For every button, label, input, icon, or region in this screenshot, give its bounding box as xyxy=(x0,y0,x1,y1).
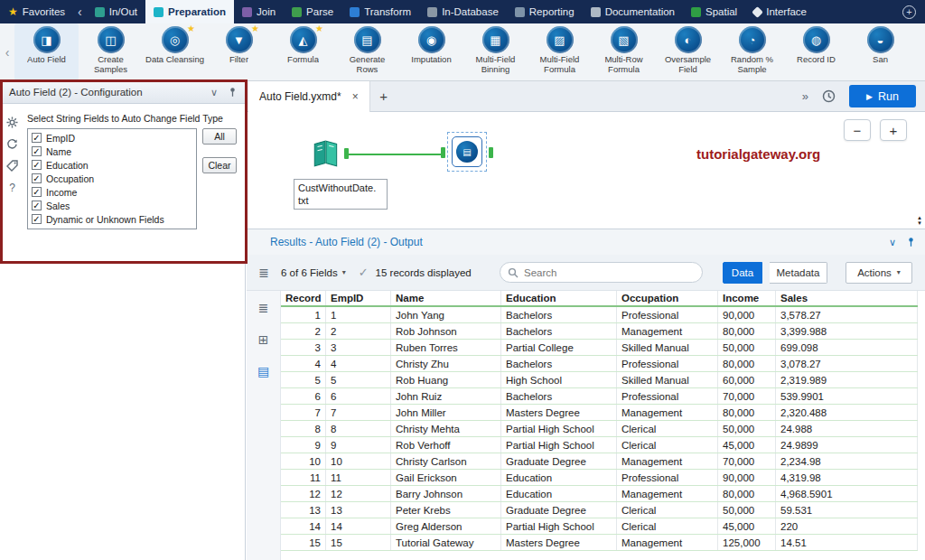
table-row[interactable]: 1212Barry JohnsonEducationManagement80,0… xyxy=(281,486,918,502)
table-row[interactable]: 66John RuizBachelorsProfessional70,00053… xyxy=(281,388,918,405)
table-row[interactable]: 88Christy MehtaPartial High SchoolCleric… xyxy=(281,421,918,437)
palette-tool-multi-field-formula[interactable]: ▨Multi-Field Formula xyxy=(528,23,592,80)
run-button[interactable]: ▶ Run xyxy=(849,85,916,107)
palette-tool-generate-rows[interactable]: ▤Generate Rows xyxy=(335,23,399,80)
table-row[interactable]: 22Rob JohnsonBachelorsManagement80,0003,… xyxy=(281,323,918,340)
clear-button[interactable]: Clear xyxy=(202,157,237,173)
config-field-list[interactable]: ✓EmpID✓Name✓Education✓Occupation✓Income✓… xyxy=(27,128,197,229)
input-data-tool[interactable] xyxy=(310,137,342,170)
zoom-out-button[interactable]: − xyxy=(844,119,871,141)
data-toggle-button[interactable]: Data xyxy=(723,262,762,284)
ribbon-tab-transform[interactable]: Transform xyxy=(341,0,419,23)
pin-icon[interactable] xyxy=(228,87,238,98)
palette-scroll-left-icon[interactable]: ‹ xyxy=(0,23,14,80)
checkbox-icon[interactable]: ✓ xyxy=(32,133,42,143)
config-field-empid[interactable]: ✓EmpID xyxy=(28,131,196,145)
ribbon-tab-documentation[interactable]: Documentation xyxy=(583,0,683,23)
checkbox-icon[interactable]: ✓ xyxy=(32,201,42,210)
column-header-education[interactable]: Education xyxy=(501,291,617,305)
column-header-sales[interactable]: Sales xyxy=(776,291,918,305)
metadata-toggle-button[interactable]: Metadata xyxy=(770,262,827,284)
checkbox-icon[interactable]: ✓ xyxy=(32,173,42,183)
config-field-dynamic-or-unknown-fields[interactable]: ✓Dynamic or Unknown Fields xyxy=(28,212,196,226)
ribbon-tab-preparation[interactable]: Preparation xyxy=(145,0,234,23)
ribbon-tab-interface[interactable]: Interface xyxy=(745,0,815,23)
table-row[interactable]: 1010Christy CarlsonGraduate DegreeManage… xyxy=(281,453,918,470)
zoom-in-button[interactable]: + xyxy=(880,119,907,141)
table-row[interactable]: 1313Peter KrebsGraduate DegreeClerical50… xyxy=(281,502,918,518)
new-tab-button[interactable]: + xyxy=(370,89,397,104)
palette-tool-record-id[interactable]: ◍Record ID xyxy=(784,23,848,80)
palette-tool-auto-field[interactable]: ◨Auto Field xyxy=(14,23,79,80)
ribbon-tab-reporting[interactable]: Reporting xyxy=(507,0,583,23)
ribbon-tab-parse[interactable]: Parse xyxy=(284,0,341,23)
gear-icon[interactable] xyxy=(5,116,19,129)
history-clock-icon[interactable] xyxy=(821,89,836,104)
table-row[interactable]: 11John YangBachelorsProfessional90,0003,… xyxy=(281,307,918,323)
results-view-rows-icon[interactable]: ≣ xyxy=(254,298,274,318)
config-field-name[interactable]: ✓Name xyxy=(28,145,196,158)
palette-tool-imputation[interactable]: ◉Imputation xyxy=(399,23,463,80)
table-row[interactable]: 99Rob VerhoffPartial High SchoolClerical… xyxy=(281,437,918,453)
config-field-occupation[interactable]: ✓Occupation xyxy=(28,172,196,185)
table-options-icon[interactable]: ≣ xyxy=(254,263,274,283)
column-header-record[interactable]: Record xyxy=(281,291,326,305)
config-field-income[interactable]: ✓Income xyxy=(28,185,196,199)
ribbon-tab-favorites[interactable]: ★ Favorites xyxy=(0,0,73,23)
workflow-canvas[interactable]: ▤ CustWithoutDate. txt tutorialgateway.o… xyxy=(247,112,925,228)
workflow-tab[interactable]: Auto Field.yxmd* × xyxy=(248,81,370,112)
pin-icon[interactable] xyxy=(906,237,916,247)
config-field-sales[interactable]: ✓Sales xyxy=(28,199,196,212)
input-tool-annotation[interactable]: CustWithoutDate. txt xyxy=(294,179,388,210)
palette-tool-formula[interactable]: ★◭Formula xyxy=(271,23,335,80)
table-row[interactable]: 44Christy ZhuBachelorsProfessional80,000… xyxy=(281,356,918,372)
chevron-down-icon[interactable]: ∨ xyxy=(210,87,218,98)
fields-dropdown[interactable]: 6 of 6 Fields ▾ xyxy=(281,267,346,278)
output-anchor-nub[interactable] xyxy=(489,147,493,158)
collapse-chevrons-icon[interactable]: » xyxy=(802,89,808,103)
tag-icon[interactable] xyxy=(5,159,19,173)
connection-line[interactable] xyxy=(348,154,445,155)
column-header-empid[interactable]: EmpID xyxy=(326,291,391,305)
checkbox-icon[interactable]: ✓ xyxy=(32,214,42,224)
table-row[interactable]: 1414Greg AldersonPartial High SchoolCler… xyxy=(281,518,918,535)
refresh-arrows-icon[interactable] xyxy=(5,137,19,151)
table-row[interactable]: 1515Tutorial GatewayMasters DegreeManage… xyxy=(281,535,918,551)
help-question-icon[interactable]: ? xyxy=(5,181,19,194)
ribbon-tab-in-out[interactable]: In/Out xyxy=(87,0,145,23)
ribbon-tab-spatial[interactable]: Spatial xyxy=(683,0,745,23)
ribbon-scroll-left-icon[interactable]: ‹ xyxy=(73,0,87,23)
column-header-name[interactable]: Name xyxy=(391,291,501,305)
checkbox-icon[interactable]: ✓ xyxy=(32,187,42,197)
ribbon-tab-in-database[interactable]: In-Database xyxy=(419,0,507,23)
palette-tool-multi-field-binning[interactable]: ▦Multi-Field Binning xyxy=(463,23,528,80)
palette-tool-multi-row-formula[interactable]: ▧Multi-Row Formula xyxy=(592,23,656,80)
ribbon-add-icon[interactable]: + xyxy=(902,5,916,19)
table-row[interactable]: 1111Gail EricksonEducationProfessional90… xyxy=(281,470,918,486)
chevron-down-icon[interactable]: ∨ xyxy=(889,237,896,248)
checkbox-icon[interactable]: ✓ xyxy=(32,160,42,170)
checkbox-icon[interactable]: ✓ xyxy=(32,146,42,156)
palette-tool-data-cleansing[interactable]: ★◎Data Cleansing xyxy=(143,23,207,80)
select-all-button[interactable]: All xyxy=(202,128,237,145)
palette-tool-san[interactable]: ◒San xyxy=(848,23,912,80)
table-row[interactable]: 77John MillerMasters DegreeManagement80,… xyxy=(281,405,918,421)
auto-field-tool-selected[interactable]: ▤ xyxy=(447,132,487,172)
table-row[interactable]: 55Rob HuangHigh SchoolSkilled Manual60,0… xyxy=(281,372,918,388)
actions-dropdown-button[interactable]: Actions ▾ xyxy=(846,262,912,284)
table-row[interactable]: 33Ruben TorresPartial CollegeSkilled Man… xyxy=(281,340,918,356)
column-header-income[interactable]: Income xyxy=(718,291,776,305)
palette-tool-create-samples[interactable]: ◫Create Samples xyxy=(79,23,143,80)
config-field-education[interactable]: ✓Education xyxy=(28,158,196,172)
results-view-cells-icon[interactable]: ⊞ xyxy=(254,330,274,350)
close-tab-icon[interactable]: × xyxy=(352,90,359,103)
palette-tool-random-sample[interactable]: ◔Random % Sample xyxy=(720,23,784,80)
palette-tool-filter[interactable]: ★▼Filter xyxy=(207,23,271,80)
canvas-scroll-arrows[interactable]: ▲▼ xyxy=(917,215,922,226)
palette-tool-oversample-field[interactable]: ◐Oversample Field xyxy=(656,23,720,80)
ribbon-tab-join[interactable]: Join xyxy=(234,0,284,23)
column-header-occupation[interactable]: Occupation xyxy=(617,291,718,305)
search-input[interactable] xyxy=(524,267,695,278)
input-anchor-nub[interactable] xyxy=(441,147,445,158)
results-view-page-icon[interactable]: ▤ xyxy=(254,361,274,381)
